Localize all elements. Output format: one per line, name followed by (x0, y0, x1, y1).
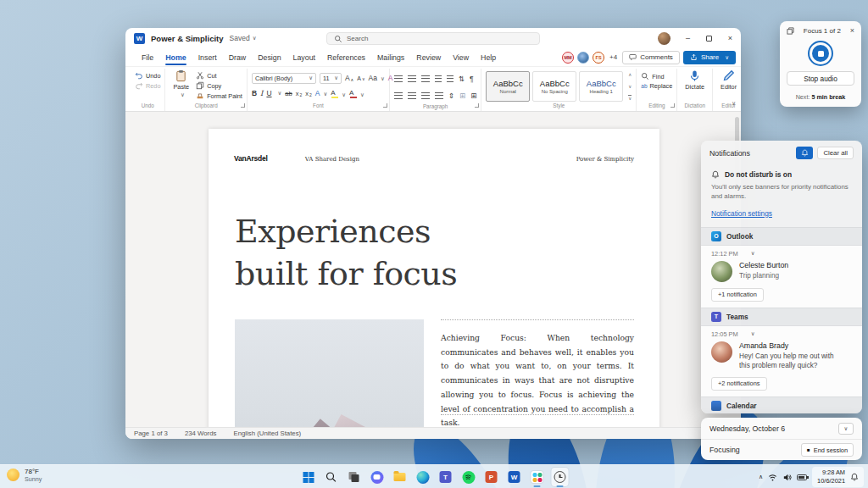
style-gallery-arrows[interactable]: ∧ ∨ ∨ (626, 71, 632, 102)
powerpoint-button[interactable]: P (483, 468, 500, 486)
edge-button[interactable] (415, 468, 431, 486)
tab-insert[interactable]: Insert (192, 48, 223, 66)
chevron-down-icon[interactable]: ∨ (278, 90, 282, 97)
italic-button[interactable]: I (260, 89, 263, 97)
change-case-button[interactable]: Aa∨ (369, 74, 385, 82)
style-no-spacing[interactable]: AaBbCc No Spacing (532, 71, 576, 102)
sort-icon[interactable]: ⇅ (459, 75, 465, 83)
volume-icon[interactable] (782, 473, 792, 482)
app-group-calendar[interactable]: Calendar (701, 396, 862, 413)
strikethrough-button[interactable]: ab (285, 90, 292, 97)
subscript-button[interactable]: x2 (296, 90, 303, 97)
find-button[interactable]: Find (641, 72, 672, 80)
tab-file[interactable]: File (136, 48, 159, 66)
bullet-list-icon[interactable] (394, 75, 403, 82)
do-not-disturb-toggle[interactable] (796, 147, 813, 159)
taskbar-search-button[interactable] (323, 468, 340, 486)
stop-focus-button[interactable] (808, 41, 833, 66)
clock-tray[interactable]: 9:28 AM 10/6/2021 (812, 467, 864, 486)
document-image[interactable] (235, 319, 424, 427)
save-status[interactable]: Saved (230, 34, 250, 42)
shrink-font-button[interactable]: A∨ (357, 75, 364, 81)
tab-review[interactable]: Review (410, 48, 447, 66)
maximize-button[interactable] (698, 28, 720, 48)
share-button[interactable]: Share ∨ (683, 51, 736, 64)
word-button[interactable]: W (506, 468, 523, 486)
start-button[interactable] (300, 468, 317, 486)
chevron-down-icon[interactable]: ∨ (253, 35, 257, 42)
format-painter-button[interactable]: Format Paint (196, 92, 242, 100)
search-input[interactable]: Search (326, 32, 540, 45)
font-color-button[interactable]: A∨ (349, 88, 364, 98)
slack-button[interactable] (529, 468, 546, 486)
align-center-icon[interactable] (408, 92, 416, 99)
more-notifications-button[interactable]: +2 notifications (711, 377, 767, 391)
undo-button[interactable]: Undo (135, 71, 160, 80)
restore-icon[interactable] (787, 27, 794, 35)
collaborator-avatar[interactable]: FS (593, 52, 604, 64)
paste-button[interactable]: Paste ∨ (170, 69, 192, 99)
notification-card-teams[interactable]: 12:05 PM ∨ Amanda Brady Hey! Can you hel… (701, 326, 862, 396)
chevron-down-icon[interactable]: ∨ (751, 250, 755, 257)
chevron-up-icon[interactable]: ∧ (759, 474, 763, 480)
tab-mailings[interactable]: Mailings (371, 48, 410, 66)
multilevel-list-icon[interactable] (421, 75, 430, 82)
app-group-outlook[interactable]: O Outlook (701, 227, 862, 246)
tab-design[interactable]: Design (252, 48, 287, 66)
task-view-button[interactable] (346, 468, 363, 486)
font-name-select[interactable]: Calibri (Body)∨ (252, 73, 316, 84)
wifi-icon[interactable] (768, 473, 777, 482)
font-size-select[interactable]: 11∨ (320, 73, 342, 84)
notification-card-outlook[interactable]: 12:12 PM ∨ Celeste Burton Trip planning … (701, 246, 862, 308)
editor-button[interactable]: Editor (717, 69, 740, 92)
shading-icon[interactable]: ⊞ (459, 92, 465, 100)
collaborator-avatar[interactable] (577, 52, 589, 64)
app-group-teams[interactable]: T Teams (701, 308, 862, 326)
document-page[interactable]: VanArsdel VA Shared Design Power & Simpl… (209, 129, 659, 427)
end-session-button[interactable]: ■ End session (801, 443, 854, 457)
language-status[interactable]: English (United States) (233, 430, 301, 437)
weather-widget[interactable]: 78°F Sunny (7, 468, 42, 483)
spotify-button[interactable] (460, 468, 477, 486)
file-explorer-button[interactable] (392, 468, 409, 486)
redo-button[interactable]: Redo (135, 81, 160, 90)
tab-home[interactable]: Home (159, 48, 192, 66)
collaborator-overflow[interactable]: +4 (609, 53, 617, 61)
tab-draw[interactable]: Draw (223, 48, 253, 66)
justify-icon[interactable] (435, 92, 443, 99)
battery-icon[interactable] (797, 474, 807, 480)
bold-button[interactable]: B (252, 89, 257, 97)
style-normal[interactable]: AaBbCc Normal (486, 71, 530, 102)
grow-font-button[interactable]: A∧ (345, 74, 353, 82)
word-count[interactable]: 234 Words (185, 430, 217, 437)
page-count[interactable]: Page 1 of 3 (134, 430, 168, 437)
teams-button[interactable]: T (437, 468, 454, 486)
tab-help[interactable]: Help (475, 48, 502, 66)
copy-button[interactable]: Copy (196, 81, 242, 90)
style-heading1[interactable]: AaBbCc Heading 1 (579, 71, 623, 102)
dialog-launcher-icon[interactable] (475, 103, 479, 108)
more-notifications-button[interactable]: +1 notification (711, 288, 764, 302)
borders-icon[interactable]: ⊞ (470, 92, 476, 100)
stop-audio-button[interactable]: Stop audio (787, 71, 854, 86)
clear-all-button[interactable]: Clear all (817, 147, 854, 159)
superscript-button[interactable]: x2 (305, 90, 312, 97)
dialog-launcher-icon[interactable] (670, 103, 675, 108)
notification-settings-link[interactable]: Notification settings (711, 209, 772, 218)
pilcrow-icon[interactable]: ¶ (470, 75, 474, 83)
decrease-indent-icon[interactable] (435, 75, 442, 82)
chat-button[interactable] (369, 468, 386, 486)
align-right-icon[interactable] (421, 92, 430, 99)
collapse-ribbon-icon[interactable]: ∨ (732, 100, 736, 107)
collaborator-avatar[interactable]: MM (562, 52, 574, 64)
tab-references[interactable]: References (321, 48, 371, 66)
close-icon[interactable]: × (850, 26, 854, 35)
comments-button[interactable]: Comments (622, 51, 680, 64)
numbered-list-icon[interactable] (408, 75, 416, 82)
minimize-button[interactable]: – (677, 28, 698, 48)
text-effects-button[interactable]: A∨ (315, 89, 327, 97)
replace-button[interactable]: ab Replace (641, 82, 672, 90)
line-spacing-icon[interactable]: ⇕ (448, 92, 454, 100)
align-left-icon[interactable] (394, 92, 403, 99)
tab-view[interactable]: View (447, 48, 475, 66)
